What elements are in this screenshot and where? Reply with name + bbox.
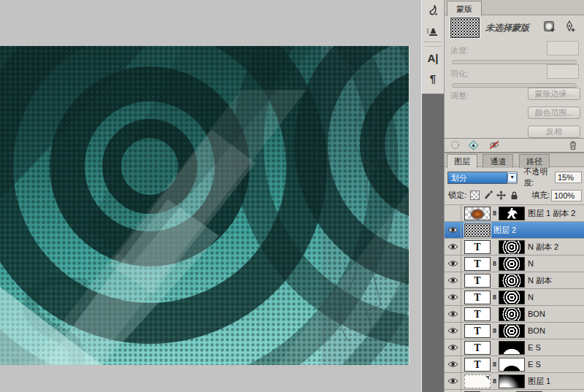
layer-thumbnail[interactable]: T	[464, 307, 491, 321]
layer-row[interactable]: T 8 E S	[445, 356, 584, 373]
fill-input[interactable]: 100%	[551, 190, 582, 201]
blend-mode-dropdown-arrow[interactable]	[507, 172, 518, 184]
visibility-toggle[interactable]	[445, 306, 461, 322]
layer-row[interactable]: T 8 N	[445, 289, 584, 306]
layer-thumbnail[interactable]: T	[464, 274, 491, 288]
layer-row[interactable]: T 8 BON	[445, 306, 584, 323]
layer-row[interactable]: 8 图层 1 副本 2	[445, 205, 584, 222]
density-label: 浓度:	[450, 45, 469, 56]
visibility-toggle[interactable]	[445, 356, 461, 372]
eye-icon	[447, 377, 458, 385]
mask-edge-button[interactable]: 蒙版边缘...	[528, 88, 580, 100]
document-canvas[interactable]: S	[0, 46, 409, 365]
layer-thumbnail[interactable]	[464, 207, 491, 220]
layer-thumbnail[interactable]	[464, 223, 491, 237]
mask-thumbnail[interactable]	[499, 341, 525, 355]
disable-mask-icon[interactable]	[488, 140, 500, 152]
layer-row[interactable]: 8 图层 2	[445, 222, 584, 239]
lock-transparency-icon[interactable]	[469, 190, 480, 201]
layer-name[interactable]: BON	[528, 310, 545, 318]
character-panel-icon[interactable]: A|	[422, 47, 444, 68]
mask-thumbnail[interactable]	[499, 274, 525, 288]
opacity-input[interactable]: 15%	[555, 172, 582, 183]
clone-source-panel-icon[interactable]	[422, 20, 444, 41]
brush-icon	[427, 4, 439, 17]
layer-row[interactable]: T 8 N 副本	[445, 272, 584, 289]
mask-thumbnail[interactable]	[499, 257, 525, 271]
visibility-toggle[interactable]	[445, 222, 461, 238]
tab-masks[interactable]: 蒙版	[447, 1, 482, 16]
apply-mask-icon[interactable]	[468, 140, 479, 153]
paragraph-panel-glyph: ¶	[430, 72, 436, 85]
link-icon: 8	[491, 327, 499, 334]
adjust-label: 调整:	[450, 91, 469, 101]
mask-preview-thumbnail	[450, 18, 480, 38]
delete-mask-icon[interactable]	[568, 140, 578, 153]
visibility-toggle[interactable]	[445, 255, 461, 272]
layer-thumbnail[interactable]: T	[464, 240, 491, 254]
layer-thumbnail[interactable]	[464, 374, 491, 388]
link-icon: 8	[491, 361, 499, 368]
lock-paint-icon[interactable]	[483, 190, 493, 201]
visibility-toggle[interactable]	[445, 205, 461, 221]
layer-thumbnail[interactable]: T	[464, 358, 491, 372]
paragraph-panel-icon[interactable]: ¶	[422, 68, 444, 88]
visibility-toggle[interactable]	[445, 323, 461, 339]
eye-icon	[447, 361, 458, 368]
tab-channels[interactable]: 通道	[483, 154, 513, 168]
invert-button[interactable]: 反相	[528, 126, 580, 138]
mask-thumbnail[interactable]	[499, 358, 525, 372]
layer-row[interactable]: T 8 BON	[445, 323, 584, 339]
layer-thumbnail[interactable]: T	[464, 324, 491, 338]
layer-name[interactable]: N 副本	[528, 275, 552, 286]
mask-thumbnail[interactable]	[499, 374, 525, 388]
layer-row[interactable]: 8 图层 1	[445, 373, 584, 390]
layer-row[interactable]: T 8 N	[445, 255, 584, 272]
brush-panel-icon[interactable]	[422, 0, 444, 20]
layer-name[interactable]: E S	[528, 360, 541, 369]
layer-name[interactable]: E S	[528, 343, 541, 352]
lock-position-icon[interactable]	[496, 190, 507, 201]
feather-input[interactable]	[547, 64, 579, 79]
blend-mode-select[interactable]: 划分	[447, 172, 507, 184]
dock-separator	[424, 42, 442, 47]
density-input[interactable]	[547, 41, 579, 55]
mask-thumbnail[interactable]	[499, 307, 525, 321]
fill-label: 填充:	[531, 190, 550, 201]
layer-name[interactable]: 图层 2	[493, 225, 516, 236]
visibility-toggle[interactable]	[445, 239, 461, 255]
masks-tabbar: 蒙版	[445, 0, 584, 15]
mask-thumbnail[interactable]	[499, 240, 525, 254]
layer-row[interactable]: T 8 N 副本 2	[445, 239, 584, 255]
layer-thumbnail[interactable]: T	[464, 291, 491, 304]
layer-row[interactable]: T 8 E S	[445, 339, 584, 356]
layer-thumbnail[interactable]: T	[464, 257, 491, 271]
collapsed-panel-icons: A| ¶	[422, 0, 445, 94]
eye-icon	[447, 344, 458, 351]
mask-thumbnail[interactable]	[499, 324, 525, 338]
layer-name[interactable]: 图层 1	[528, 376, 550, 387]
layer-name[interactable]: N	[528, 293, 534, 301]
link-icon: 8	[491, 260, 499, 267]
color-range-button[interactable]: 颜色范围...	[528, 107, 580, 119]
visibility-toggle[interactable]	[445, 289, 461, 305]
tab-paths[interactable]: 路径	[519, 154, 550, 168]
load-selection-icon[interactable]	[450, 140, 460, 152]
character-panel-glyph: A|	[427, 52, 438, 64]
mask-thumbnail[interactable]	[499, 291, 525, 304]
layer-name[interactable]: 图层 1 副本 2	[528, 208, 575, 219]
visibility-toggle[interactable]	[445, 272, 461, 288]
mask-thumbnail[interactable]	[499, 207, 525, 220]
visibility-toggle[interactable]	[445, 339, 461, 356]
tab-layers[interactable]: 图层	[447, 154, 477, 168]
layer-name[interactable]: N	[528, 259, 534, 268]
visibility-toggle[interactable]	[445, 373, 461, 389]
link-icon: 8	[491, 210, 499, 217]
layer-name[interactable]: N 副本 2	[528, 242, 558, 253]
add-vector-mask-icon[interactable]	[563, 20, 577, 34]
add-pixel-mask-icon[interactable]	[542, 20, 557, 34]
opacity-label: 不透明度:	[523, 166, 553, 188]
lock-all-icon[interactable]	[509, 190, 520, 201]
layer-name[interactable]: BON	[528, 326, 545, 335]
layer-thumbnail[interactable]: T	[464, 341, 491, 355]
